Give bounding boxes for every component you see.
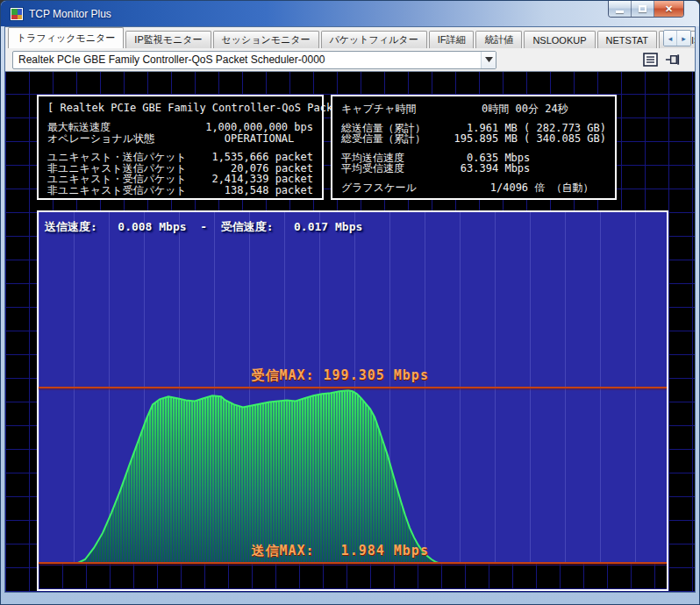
receive-area-stripes — [76, 390, 440, 564]
tab-IP監視モニター[interactable]: IP監視モニター — [125, 31, 211, 48]
pin-icon — [665, 53, 681, 67]
info-row: 最大転送速度1,000,000,000 bps — [47, 122, 313, 133]
info-row-label: ユニキャスト・受信パケット — [47, 174, 187, 185]
close-button[interactable]: ✕ — [654, 1, 683, 17]
toolbar: Realtek PCIe GBE Family Controller-QoS P… — [5, 48, 695, 71]
info-row-label: 平均受信速度 — [341, 163, 404, 174]
interface-info-panel: [ Realtek PCIe GBE Family Controller-QoS… — [37, 95, 324, 200]
info-row-value: 195.895 MB ( 340.085 GB) — [425, 133, 606, 145]
close-icon: ✕ — [665, 4, 673, 14]
info-row: グラフスケール1/4096 倍 （自動） — [341, 182, 606, 194]
titlebar[interactable]: TCP Monitor Plus ✕ — [1, 1, 699, 26]
info-row: ユニキャスト・送信パケット1,535,666 packet — [47, 152, 313, 163]
tab-label: IP監視モニター — [134, 33, 202, 46]
tab-トラフィックモニター[interactable]: トラフィックモニター — [8, 27, 124, 48]
app-icon — [10, 7, 24, 21]
info-row: オペレーショナル状態OPERATIONAL — [47, 133, 313, 145]
tab-scroll-control: ◂ ▸ — [663, 30, 691, 46]
info-row-label: グラフスケール — [341, 182, 417, 194]
info-row-value: OPERATIONAL — [154, 133, 313, 145]
adapter-select-value: Realtek PCIe GBE Family Controller-QoS P… — [13, 53, 481, 66]
current-speed-readout: 送信速度: 0.008 Mbps - 受信速度: 0.017 Mbps — [45, 219, 362, 235]
tab-統計値[interactable]: 統計値 — [475, 31, 522, 48]
toolbar-icons — [642, 52, 681, 68]
send-max-line — [39, 562, 667, 564]
tab-label: パケットフィルター — [330, 33, 418, 46]
window-title: TCP Monitor Plus — [29, 8, 111, 20]
tab-label: トラフィックモニター — [17, 32, 115, 45]
receive-max-line — [39, 387, 667, 388]
receive-max-label: 受信MAX: 199.305 Mbps — [251, 367, 429, 384]
tab-label: NSLOOKUP — [532, 35, 586, 46]
info-row-value: 2,414,339 packet — [187, 174, 313, 185]
tab-パケットフィルター[interactable]: パケットフィルター — [321, 31, 427, 48]
tab-bar: トラフィックモニターIP監視モニターセッションモニターパケットフィルターIF詳細… — [5, 27, 695, 48]
tab-IF詳細[interactable]: IF詳細 — [429, 31, 475, 48]
pin-topmost-button[interactable] — [665, 52, 681, 68]
info-row-value: 1/4096 倍 （自動） — [417, 182, 606, 194]
info-row-label: 総受信量（累計） — [341, 133, 425, 145]
tab-NETSTAT[interactable]: NETSTAT — [597, 31, 657, 48]
send-max-label: 送信MAX: 1.984 Mbps — [251, 543, 429, 559]
info-row-label: オペレーショナル状態 — [47, 133, 154, 145]
traffic-graph-panel: 送信速度: 0.008 Mbps - 受信速度: 0.017 Mbps 受信MA… — [37, 210, 668, 591]
list-icon — [643, 53, 658, 67]
tab-scroll-left-button[interactable]: ◂ — [664, 31, 677, 46]
capture-stats-rows: キャプチャ時間0時間 00分 24秒 総送信量（累計）1.961 MB ( 28… — [341, 103, 606, 193]
monitor-client-area: [ Realtek PCIe GBE Family Controller-QoS… — [5, 71, 695, 592]
info-row: 非ユニキャスト受信パケット138,548 packet — [47, 185, 313, 196]
capture-stats-panel: キャプチャ時間0時間 00分 24秒 総送信量（累計）1.961 MB ( 28… — [331, 95, 617, 200]
interface-panel-title: [ Realtek PCIe GBE Family Controller-QoS… — [47, 102, 313, 114]
info-row: キャプチャ時間0時間 00分 24秒 — [341, 103, 606, 115]
chevron-down-icon[interactable] — [481, 52, 496, 68]
tab-scroll-right-button[interactable]: ▸ — [677, 31, 690, 46]
info-row-value: 1,535,666 packet — [187, 152, 313, 163]
info-row: 総受信量（累計）195.895 MB ( 340.085 GB) — [341, 133, 606, 145]
tab-label: NETSTAT — [606, 35, 648, 46]
minimize-icon — [616, 11, 624, 13]
info-row-label: キャプチャ時間 — [341, 103, 416, 115]
info-row-label: 非ユニキャスト受信パケット — [47, 185, 187, 196]
interface-panel-rows: 最大転送速度1,000,000,000 bpsオペレーショナル状態OPERATI… — [47, 122, 313, 196]
chevron-down-icon — [485, 57, 493, 62]
info-row-value: 63.394 Mbps — [404, 163, 606, 174]
info-row: ユニキャスト・受信パケット2,414,339 packet — [47, 174, 313, 185]
app-body: トラフィックモニターIP監視モニターセッションモニターパケットフィルターIF詳細… — [4, 26, 696, 593]
app-window: TCP Monitor Plus ✕ トラフィックモニターIP監視モニターセッシ… — [0, 0, 700, 605]
info-row-label: 最大転送速度 — [47, 122, 111, 133]
tab-label: IF詳細 — [438, 33, 466, 46]
tab-セッションモニター[interactable]: セッションモニター — [213, 31, 319, 48]
info-row-value: 1,000,000,000 bps — [111, 122, 313, 133]
maximize-button[interactable] — [632, 1, 654, 17]
tab-label: セッションモニター — [222, 33, 311, 46]
adapter-select[interactable]: Realtek PCIe GBE Family Controller-QoS P… — [12, 51, 496, 69]
tab-label: 統計値 — [484, 33, 513, 46]
info-row-value: 0時間 00分 24秒 — [416, 103, 606, 115]
maximize-icon — [639, 5, 646, 12]
tab-NSLOOKUP[interactable]: NSLOOKUP — [524, 31, 595, 48]
info-row: 平均受信速度63.394 Mbps — [341, 163, 606, 174]
info-row-value: 138,548 packet — [187, 185, 313, 196]
window-controls: ✕ — [608, 1, 684, 18]
info-row-label: ユニキャスト・送信パケット — [47, 152, 187, 163]
minimize-button[interactable] — [609, 1, 632, 17]
list-view-button[interactable] — [642, 52, 658, 68]
